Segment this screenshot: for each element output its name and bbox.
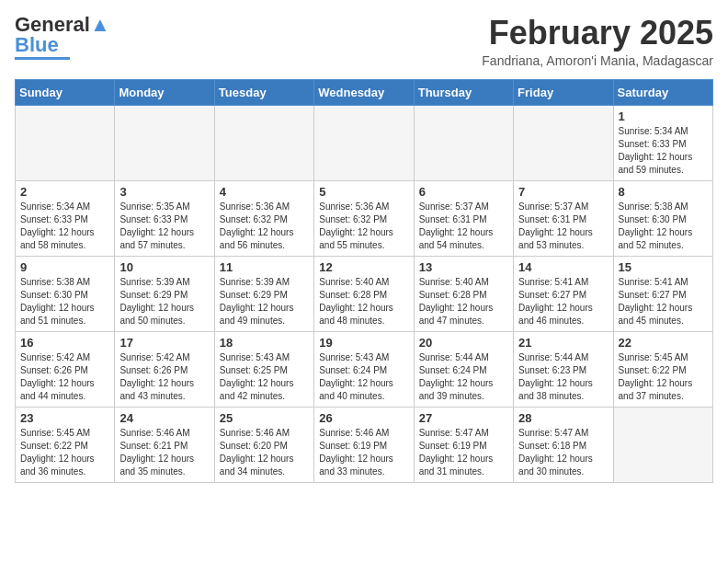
logo: General▲ Blue [15, 15, 110, 60]
day-number: 15 [619, 260, 708, 274]
day-info: Sunrise: 5:41 AM Sunset: 6:27 PM Dayligh… [518, 276, 608, 327]
col-tuesday: Tuesday [214, 79, 313, 105]
table-row: 14Sunrise: 5:41 AM Sunset: 6:27 PM Dayli… [514, 256, 613, 331]
calendar-week-row: 9Sunrise: 5:38 AM Sunset: 6:30 PM Daylig… [16, 256, 713, 331]
day-info: Sunrise: 5:47 AM Sunset: 6:18 PM Dayligh… [518, 427, 608, 478]
header: General▲ Blue February 2025 Fandriana, A… [15, 15, 713, 68]
day-number: 13 [419, 260, 508, 274]
calendar-week-row: 23Sunrise: 5:45 AM Sunset: 6:22 PM Dayli… [16, 407, 713, 482]
day-info: Sunrise: 5:42 AM Sunset: 6:26 PM Dayligh… [20, 351, 109, 403]
col-saturday: Saturday [613, 79, 712, 105]
day-number: 14 [518, 260, 608, 274]
day-info: Sunrise: 5:36 AM Sunset: 6:32 PM Dayligh… [319, 201, 408, 252]
table-row: 9Sunrise: 5:38 AM Sunset: 6:30 PM Daylig… [16, 256, 115, 331]
col-sunday: Sunday [16, 79, 115, 105]
table-row: 16Sunrise: 5:42 AM Sunset: 6:26 PM Dayli… [16, 331, 115, 407]
table-row: 17Sunrise: 5:42 AM Sunset: 6:26 PM Dayli… [115, 331, 214, 407]
table-row: 10Sunrise: 5:39 AM Sunset: 6:29 PM Dayli… [115, 256, 214, 331]
day-info: Sunrise: 5:45 AM Sunset: 6:22 PM Dayligh… [619, 351, 708, 403]
table-row: 22Sunrise: 5:45 AM Sunset: 6:22 PM Dayli… [613, 331, 712, 407]
day-number: 17 [119, 336, 209, 350]
col-monday: Monday [115, 79, 214, 105]
day-number: 1 [619, 109, 708, 123]
day-info: Sunrise: 5:43 AM Sunset: 6:25 PM Dayligh… [220, 351, 309, 403]
day-info: Sunrise: 5:36 AM Sunset: 6:32 PM Dayligh… [220, 201, 309, 252]
day-number: 28 [518, 411, 608, 425]
day-info: Sunrise: 5:37 AM Sunset: 6:31 PM Dayligh… [419, 201, 508, 252]
table-row [613, 407, 712, 482]
table-row [115, 105, 214, 180]
day-info: Sunrise: 5:42 AM Sunset: 6:26 PM Dayligh… [119, 351, 209, 403]
table-row: 28Sunrise: 5:47 AM Sunset: 6:18 PM Dayli… [514, 407, 613, 482]
table-row [514, 105, 613, 180]
day-info: Sunrise: 5:41 AM Sunset: 6:27 PM Dayligh… [619, 276, 708, 327]
day-info: Sunrise: 5:43 AM Sunset: 6:24 PM Dayligh… [319, 351, 408, 403]
table-row [414, 105, 513, 180]
day-number: 5 [319, 185, 408, 199]
day-info: Sunrise: 5:38 AM Sunset: 6:30 PM Dayligh… [619, 201, 708, 252]
day-info: Sunrise: 5:39 AM Sunset: 6:29 PM Dayligh… [220, 276, 309, 327]
col-friday: Friday [514, 79, 613, 105]
day-number: 21 [518, 336, 608, 350]
day-number: 12 [319, 260, 408, 274]
day-number: 10 [119, 260, 209, 274]
day-info: Sunrise: 5:46 AM Sunset: 6:20 PM Dayligh… [220, 427, 309, 478]
table-row: 24Sunrise: 5:46 AM Sunset: 6:21 PM Dayli… [115, 407, 214, 482]
day-info: Sunrise: 5:39 AM Sunset: 6:29 PM Dayligh… [119, 276, 209, 327]
month-year: February 2025 [482, 15, 713, 52]
day-number: 7 [518, 185, 608, 199]
table-row: 3Sunrise: 5:35 AM Sunset: 6:33 PM Daylig… [115, 180, 214, 256]
day-info: Sunrise: 5:44 AM Sunset: 6:24 PM Dayligh… [419, 351, 508, 403]
title-area: February 2025 Fandriana, Amoron'i Mania,… [482, 15, 713, 68]
day-info: Sunrise: 5:47 AM Sunset: 6:19 PM Dayligh… [419, 427, 508, 478]
logo-underline [15, 57, 70, 60]
day-number: 6 [419, 185, 508, 199]
day-number: 4 [220, 185, 309, 199]
day-info: Sunrise: 5:37 AM Sunset: 6:31 PM Dayligh… [518, 201, 608, 252]
table-row: 20Sunrise: 5:44 AM Sunset: 6:24 PM Dayli… [414, 331, 513, 407]
day-number: 18 [220, 336, 309, 350]
col-thursday: Thursday [414, 79, 513, 105]
calendar-week-row: 1Sunrise: 5:34 AM Sunset: 6:33 PM Daylig… [16, 105, 713, 180]
day-info: Sunrise: 5:46 AM Sunset: 6:19 PM Dayligh… [319, 427, 408, 478]
table-row: 26Sunrise: 5:46 AM Sunset: 6:19 PM Dayli… [314, 407, 414, 482]
day-info: Sunrise: 5:38 AM Sunset: 6:30 PM Dayligh… [20, 276, 109, 327]
day-number: 26 [319, 411, 408, 425]
table-row: 27Sunrise: 5:47 AM Sunset: 6:19 PM Dayli… [414, 407, 513, 482]
table-row: 4Sunrise: 5:36 AM Sunset: 6:32 PM Daylig… [214, 180, 313, 256]
day-number: 8 [619, 185, 708, 199]
table-row: 13Sunrise: 5:40 AM Sunset: 6:28 PM Dayli… [414, 256, 513, 331]
day-info: Sunrise: 5:35 AM Sunset: 6:33 PM Dayligh… [119, 201, 209, 252]
table-row: 1Sunrise: 5:34 AM Sunset: 6:33 PM Daylig… [613, 105, 712, 180]
calendar: Sunday Monday Tuesday Wednesday Thursday… [15, 79, 713, 483]
table-row [214, 105, 313, 180]
day-info: Sunrise: 5:40 AM Sunset: 6:28 PM Dayligh… [419, 276, 508, 327]
day-info: Sunrise: 5:44 AM Sunset: 6:23 PM Dayligh… [518, 351, 608, 403]
calendar-week-row: 2Sunrise: 5:34 AM Sunset: 6:33 PM Daylig… [16, 180, 713, 256]
table-row: 7Sunrise: 5:37 AM Sunset: 6:31 PM Daylig… [514, 180, 613, 256]
table-row: 8Sunrise: 5:38 AM Sunset: 6:30 PM Daylig… [613, 180, 712, 256]
table-row: 21Sunrise: 5:44 AM Sunset: 6:23 PM Dayli… [514, 331, 613, 407]
table-row: 5Sunrise: 5:36 AM Sunset: 6:32 PM Daylig… [314, 180, 414, 256]
calendar-week-row: 16Sunrise: 5:42 AM Sunset: 6:26 PM Dayli… [16, 331, 713, 407]
day-number: 25 [220, 411, 309, 425]
table-row: 25Sunrise: 5:46 AM Sunset: 6:20 PM Dayli… [214, 407, 313, 482]
table-row: 15Sunrise: 5:41 AM Sunset: 6:27 PM Dayli… [613, 256, 712, 331]
col-wednesday: Wednesday [314, 79, 414, 105]
day-number: 2 [20, 185, 109, 199]
day-number: 20 [419, 336, 508, 350]
calendar-header-row: Sunday Monday Tuesday Wednesday Thursday… [16, 79, 713, 105]
location: Fandriana, Amoron'i Mania, Madagascar [482, 53, 713, 68]
table-row: 12Sunrise: 5:40 AM Sunset: 6:28 PM Dayli… [314, 256, 414, 331]
table-row [16, 105, 115, 180]
day-info: Sunrise: 5:45 AM Sunset: 6:22 PM Dayligh… [20, 427, 109, 478]
day-number: 24 [119, 411, 209, 425]
table-row: 18Sunrise: 5:43 AM Sunset: 6:25 PM Dayli… [214, 331, 313, 407]
day-number: 22 [619, 336, 708, 350]
day-number: 27 [419, 411, 508, 425]
day-number: 16 [20, 336, 109, 350]
day-info: Sunrise: 5:34 AM Sunset: 6:33 PM Dayligh… [20, 201, 109, 252]
table-row: 2Sunrise: 5:34 AM Sunset: 6:33 PM Daylig… [16, 180, 115, 256]
logo-text: General▲ [15, 15, 110, 35]
day-number: 11 [220, 260, 309, 274]
